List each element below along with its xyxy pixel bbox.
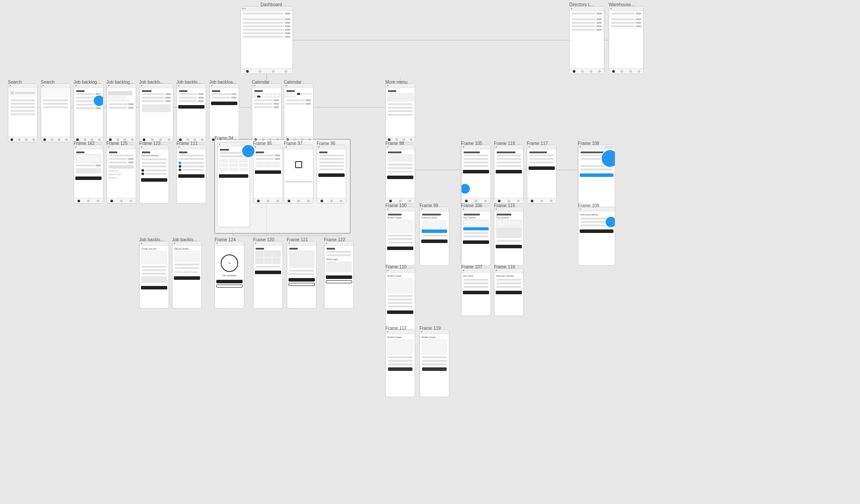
- calendar2-frame: [284, 83, 314, 142]
- frame121: [287, 241, 317, 309]
- frame162: [74, 145, 103, 204]
- warehouse-label: Warehouse...: [609, 2, 634, 7]
- frame125-label: Frame 125: [106, 141, 127, 146]
- search2-label: Search: [41, 80, 55, 85]
- frame122: Initial image: [324, 241, 354, 309]
- job-backlog2-label: Job backlog...: [106, 80, 134, 85]
- job-backlog1-frame: [74, 83, 103, 142]
- frame123: Add task selection: [139, 145, 169, 204]
- frame95-label: Frame 95: [253, 141, 272, 146]
- frame110-label: Frame 110: [385, 264, 406, 269]
- job-backlog2-frame: [106, 83, 136, 142]
- frame95: [253, 145, 283, 204]
- calendar1-label: Calendar: [252, 80, 270, 85]
- job-backlog3-frame: [139, 83, 173, 142]
- calendar1-frame: [252, 83, 282, 142]
- frame96: [317, 145, 346, 204]
- frame119-label: Frame 119: [419, 326, 441, 331]
- frame119: Brodie Cooper: [419, 329, 449, 397]
- frame107: Job check: [461, 268, 491, 316]
- frame108-label: Frame 108: [578, 141, 599, 146]
- frame115: The condone: [494, 207, 524, 266]
- frame109-label: Frame 109: [578, 203, 599, 208]
- directors-frame: [569, 6, 604, 74]
- directors-label: Directors t...: [569, 2, 593, 7]
- frame97: [284, 145, 314, 204]
- frame99: Full time calone: [419, 207, 449, 266]
- frame116: Add team member: [494, 268, 524, 316]
- frame121-label: Frame 121: [287, 237, 308, 242]
- job-backlog1-label: Job backlog...: [74, 80, 101, 85]
- frame98: [385, 145, 415, 204]
- frame106-label: Frame 106: [461, 203, 482, 208]
- frame111: [176, 145, 206, 204]
- frame117: [527, 145, 557, 204]
- frame112: Brodie Cooper: [385, 329, 415, 397]
- job-backlog4-label: Job backlo...: [176, 80, 201, 85]
- job-backlog5-label: Job backloa...: [209, 80, 236, 85]
- dashboard-label: Dashboard: [261, 2, 282, 7]
- frame94-label: Frame 94: [215, 136, 233, 141]
- job-backlog5-frame: [209, 83, 239, 142]
- job-backlog-new1: Create new job: [139, 241, 169, 309]
- dashboard-frame: [240, 6, 293, 74]
- frame118-label: Frame 118: [494, 141, 515, 146]
- frame162-label: Frame 162: [74, 141, 95, 146]
- calendar2-label: Calendar: [284, 80, 302, 85]
- frame111-label: Frame 111: [176, 141, 197, 146]
- frame124: ✓ Job completed!: [215, 241, 244, 309]
- frame96-label: Frame 96: [317, 141, 335, 146]
- frame105-label: Frame 105: [461, 141, 482, 146]
- frame118: [494, 145, 524, 204]
- frame123-label: Frame 123: [139, 141, 160, 146]
- frame98-label: Frame 98: [385, 141, 404, 146]
- job-backlog-new2: Edit job details Confirm update changes: [172, 241, 202, 309]
- frame125: Chase Fix Approve with Revision: [106, 145, 136, 204]
- frame116-label: Frame 116: [494, 264, 515, 269]
- frame122-label: Frame 122: [324, 237, 345, 242]
- frame97-label: Frame 97: [284, 141, 303, 146]
- frame105: [461, 145, 491, 204]
- search1-frame: [8, 83, 38, 142]
- frame120-label: Frame 120: [253, 237, 274, 242]
- more-menu-frame: [385, 83, 415, 142]
- frame120: [253, 241, 283, 309]
- frame107-label: Frame 107: [461, 264, 482, 269]
- frame106: The Claxfore: [461, 207, 491, 266]
- search2-frame: [41, 83, 70, 142]
- frame109: Add accountability: [578, 207, 615, 266]
- frame124-label: Frame 124: [215, 237, 236, 242]
- job-backlog-new2-label: Job backlo...: [172, 237, 197, 242]
- frame112-label: Frame 112: [385, 326, 406, 331]
- more-menu-label: More menu: [385, 80, 408, 85]
- frame99-label: Frame 99: [419, 203, 438, 208]
- warehouse-frame: [609, 6, 644, 74]
- job-backlog4-frame: [176, 83, 206, 142]
- frame100: Brodie Cooper: [385, 207, 415, 266]
- canvas: Dashboard Directors t...: [0, 0, 860, 504]
- search1-label: Search: [8, 80, 22, 85]
- job-backlog-new1-label: Job backlo...: [139, 237, 164, 242]
- frame108: [578, 145, 615, 212]
- job-backlog3-label: Job backlo...: [139, 80, 164, 85]
- frame115-label: Frame 115: [494, 203, 515, 208]
- frame100-label: Frame 100: [385, 203, 406, 208]
- frame117-label: Frame 117: [527, 141, 548, 146]
